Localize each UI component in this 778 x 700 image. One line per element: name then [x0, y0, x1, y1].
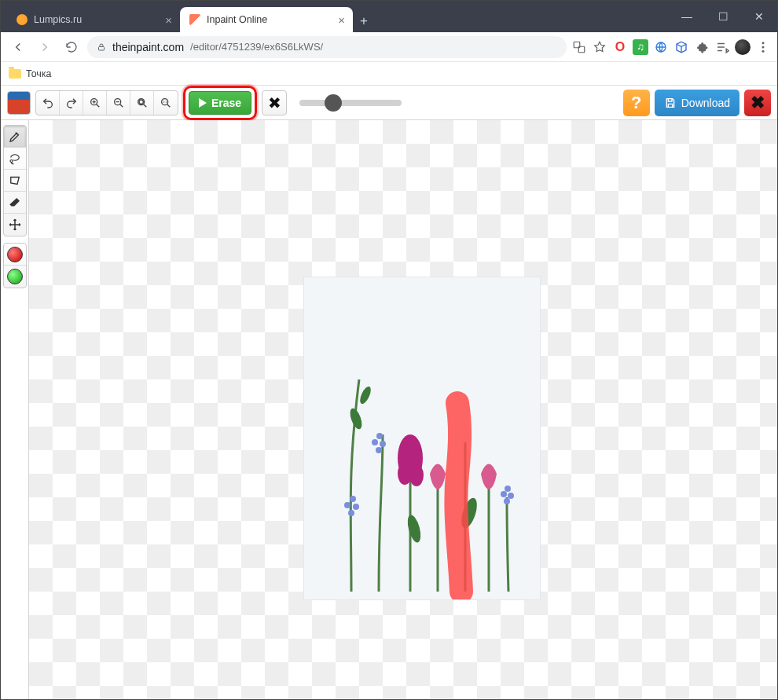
- move-tool-button[interactable]: [4, 214, 26, 236]
- media-playlist-icon[interactable]: [714, 39, 730, 55]
- color-red-button[interactable]: [4, 244, 26, 266]
- svg-text:1:1: 1:1: [163, 100, 167, 104]
- bookmark-star-icon[interactable]: [592, 39, 607, 55]
- tab-title: Lumpics.ru: [34, 14, 82, 25]
- svg-point-29: [505, 486, 511, 492]
- erase-button[interactable]: Erase: [189, 91, 251, 115]
- browser-tab-lumpics[interactable]: Lumpics.ru ×: [7, 7, 180, 32]
- extension-globe-icon[interactable]: [653, 39, 669, 55]
- canvas-area[interactable]: [29, 120, 777, 700]
- svg-point-18: [348, 510, 354, 516]
- slider-knob-icon[interactable]: [325, 94, 342, 112]
- svg-point-6: [762, 49, 765, 52]
- svg-point-22: [376, 447, 382, 453]
- profile-avatar-icon[interactable]: [735, 39, 750, 55]
- red-dot-icon: [7, 247, 23, 262]
- help-label: ?: [631, 93, 641, 113]
- browser-menu-icon[interactable]: [755, 39, 771, 55]
- download-button[interactable]: Download: [655, 90, 739, 116]
- workspace: [1, 120, 777, 700]
- window-maximize-icon[interactable]: ☐: [705, 5, 741, 28]
- svg-rect-0: [99, 46, 105, 50]
- zoom-out-button[interactable]: [107, 91, 130, 115]
- window-controls: — ☐ ✕: [669, 1, 777, 32]
- url-host: theinpaint.com: [112, 41, 184, 53]
- svg-point-32: [409, 464, 424, 486]
- polygon-tool-button[interactable]: [4, 170, 26, 192]
- extension-opera-icon[interactable]: O: [612, 39, 628, 55]
- marker-tool-button[interactable]: [4, 126, 26, 148]
- url-path: /editor/4751239/ex6S6LkWS/: [190, 41, 323, 53]
- undo-button[interactable]: [36, 91, 60, 115]
- new-tab-button[interactable]: +: [353, 10, 375, 32]
- eraser-tool-button[interactable]: [4, 192, 26, 214]
- nav-back-button[interactable]: [7, 36, 29, 58]
- bookmark-item[interactable]: Точка: [26, 68, 52, 79]
- zoom-actual-button[interactable]: 1:1: [154, 91, 178, 115]
- svg-point-21: [350, 496, 356, 502]
- svg-point-4: [762, 42, 765, 44]
- toolbar-button-group: 1:1: [35, 90, 178, 115]
- green-dot-icon: [7, 269, 23, 284]
- svg-point-12: [10, 159, 13, 162]
- redo-button[interactable]: [60, 91, 83, 115]
- editing-image[interactable]: [304, 277, 540, 599]
- svg-point-24: [372, 439, 378, 445]
- svg-point-25: [376, 433, 383, 439]
- favicon-eraser-icon: [189, 14, 200, 25]
- play-icon: [199, 98, 207, 108]
- nav-forward-button[interactable]: [34, 36, 56, 58]
- svg-point-23: [380, 441, 386, 447]
- lock-icon: [97, 42, 106, 52]
- zoom-fit-button[interactable]: [130, 91, 154, 115]
- browser-tab-inpaint[interactable]: Inpaint Online ×: [180, 7, 353, 32]
- svg-point-5: [762, 46, 765, 48]
- download-label: Download: [681, 97, 730, 109]
- app-toolbar: 1:1 Erase ✖ ? Download ✖: [1, 86, 777, 120]
- side-toolbar: [1, 120, 29, 700]
- svg-point-27: [508, 493, 514, 499]
- browser-titlebar: Lumpics.ru × Inpaint Online × + — ☐ ✕: [1, 1, 777, 32]
- cancel-mask-button[interactable]: ✖: [262, 90, 287, 115]
- extension-cube-icon[interactable]: [673, 39, 689, 55]
- favicon-dot-icon: [17, 14, 28, 25]
- tab-close-icon[interactable]: ×: [165, 13, 172, 27]
- translate-icon[interactable]: [571, 39, 587, 55]
- extensions-puzzle-icon[interactable]: [694, 39, 710, 55]
- svg-point-19: [353, 504, 359, 510]
- address-field[interactable]: theinpaint.com/editor/4751239/ex6S6LkWS/: [87, 36, 567, 58]
- help-button[interactable]: ?: [623, 90, 650, 116]
- close-editor-button[interactable]: ✖: [744, 90, 771, 116]
- folder-icon: [9, 69, 21, 79]
- window-minimize-icon[interactable]: —: [669, 5, 705, 28]
- erase-button-highlight: Erase: [183, 86, 257, 120]
- svg-rect-13: [304, 277, 540, 599]
- zoom-in-button[interactable]: [83, 91, 107, 115]
- color-green-button[interactable]: [4, 266, 26, 288]
- floppy-disk-icon: [664, 97, 677, 109]
- svg-point-26: [504, 498, 510, 504]
- tab-close-icon[interactable]: ×: [338, 13, 345, 27]
- nav-reload-button[interactable]: [61, 36, 83, 58]
- tab-title: Inpaint Online: [207, 14, 267, 25]
- extension-music-icon[interactable]: ♫: [633, 39, 648, 55]
- svg-point-20: [344, 502, 350, 508]
- svg-point-28: [501, 491, 507, 497]
- window-close-icon[interactable]: ✕: [741, 5, 777, 28]
- lasso-tool-button[interactable]: [4, 148, 26, 170]
- brush-size-slider[interactable]: [299, 100, 402, 106]
- app-logo-icon: [7, 91, 31, 115]
- browser-address-bar: theinpaint.com/editor/4751239/ex6S6LkWS/…: [1, 32, 777, 62]
- image-content-icon: [304, 277, 540, 599]
- bookmarks-bar: Точка: [1, 62, 777, 86]
- erase-label: Erase: [211, 97, 241, 109]
